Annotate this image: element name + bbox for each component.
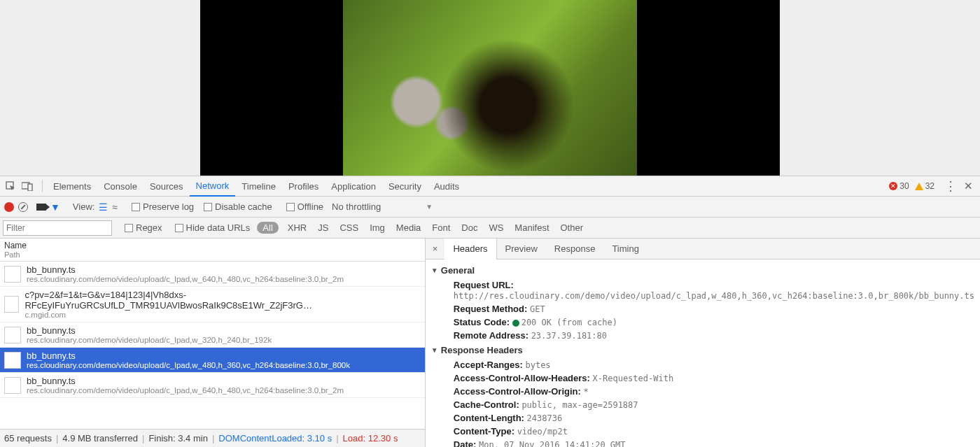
filter-manifest[interactable]: Manifest <box>512 222 551 233</box>
status-load: Load: 12.30 s <box>343 433 398 444</box>
row-path: res.cloudinary.com/demo/video/upload/c_l… <box>27 275 344 283</box>
request-rows: bb_bunny.tsres.cloudinary.com/demo/video… <box>0 262 425 429</box>
tab-application[interactable]: Application <box>325 176 382 197</box>
preserve-log-checkbox[interactable]: Preserve log <box>132 201 194 212</box>
kv-content-type: Content-Type: video/mp2t <box>426 425 980 438</box>
table-row-selected[interactable]: bb_bunny.tsres.cloudinary.com/demo/video… <box>0 348 425 373</box>
section-general-title: General <box>441 265 475 276</box>
chevron-down-icon: ▼ <box>426 203 433 211</box>
file-icon <box>4 352 21 369</box>
table-row[interactable]: bb_bunny.tsres.cloudinary.com/demo/video… <box>0 262 425 287</box>
tab-sources[interactable]: Sources <box>144 176 190 197</box>
filter-font[interactable]: Font <box>430 222 452 233</box>
section-response-title: Response Headers <box>441 345 523 355</box>
filter-media[interactable]: Media <box>394 222 423 233</box>
filter-other[interactable]: Other <box>559 222 586 233</box>
row-path: res.cloudinary.com/demo/video/upload/c_l… <box>27 361 350 369</box>
row-name: bb_bunny.ts <box>27 264 344 275</box>
row-path: res.cloudinary.com/demo/video/upload/c_l… <box>27 386 344 395</box>
filter-doc[interactable]: Doc <box>459 222 479 233</box>
kv-ac-allow-origin: Access-Control-Allow-Origin: * <box>426 385 980 398</box>
section-response-headers[interactable]: ▼Response Headers <box>426 342 980 358</box>
network-content: Name Path bb_bunny.tsres.cloudinary.com/… <box>0 239 980 447</box>
tab-network[interactable]: Network <box>190 176 236 197</box>
column-header[interactable]: Name Path <box>0 239 425 262</box>
table-row[interactable]: bb_bunny.tsres.cloudinary.com/demo/video… <box>0 373 425 398</box>
dtab-headers[interactable]: Headers <box>444 239 496 260</box>
dtab-timing[interactable]: Timing <box>603 239 648 260</box>
tab-profiles[interactable]: Profiles <box>282 176 325 197</box>
row-path: c.mgid.com <box>24 311 416 319</box>
kv-content-length: Content-Length: 2438736 <box>426 411 980 425</box>
kv-remote-address: Remote Address: 23.37.39.181:80 <box>426 329 980 342</box>
dtab-preview[interactable]: Preview <box>497 239 546 260</box>
row-name: bb_bunny.ts <box>27 325 272 336</box>
table-row[interactable]: bb_bunny.tsres.cloudinary.com/demo/video… <box>0 322 425 348</box>
more-menu-icon[interactable]: ⋮ <box>940 178 961 194</box>
kv-status-code: Status Code: 200 OK (from cache) <box>426 315 980 329</box>
device-toggle-icon[interactable] <box>21 181 34 191</box>
video-player-area <box>200 0 780 176</box>
kv-ac-allow-headers: Access-Control-Allow-Headers: X-Requeste… <box>426 371 980 385</box>
offline-label: Offline <box>298 201 323 212</box>
filter-input[interactable] <box>3 220 112 236</box>
hide-dataurls-checkbox[interactable]: Hide data URLs <box>175 222 251 233</box>
file-icon <box>4 377 21 394</box>
status-finish: Finish: 3.4 min <box>148 433 208 444</box>
filter-xhr[interactable]: XHR <box>286 222 309 233</box>
error-count-value: 30 <box>899 181 909 191</box>
file-icon <box>4 266 21 283</box>
file-icon <box>4 296 19 313</box>
waterfall-icon[interactable]: ≈ <box>112 201 118 213</box>
throttling-value: No throttling <box>332 201 381 212</box>
large-rows-icon[interactable]: ☰ <box>99 201 108 213</box>
video-frame[interactable] <box>343 0 637 176</box>
devtools-panel: Elements Console Sources Network Timelin… <box>0 176 980 447</box>
triangle-down-icon: ▼ <box>431 267 438 274</box>
error-count[interactable]: ✕30 <box>889 181 909 191</box>
page-preview-area <box>0 0 980 176</box>
row-name: bb_bunny.ts <box>27 376 344 386</box>
offline-checkbox[interactable]: Offline <box>286 201 323 212</box>
tab-elements[interactable]: Elements <box>47 176 97 197</box>
close-detail-icon[interactable]: × <box>426 243 445 254</box>
col-path: Path <box>4 250 421 259</box>
tab-security[interactable]: Security <box>382 176 428 197</box>
filter-img[interactable]: Img <box>368 222 387 233</box>
status-bar: 65 requests| 4.9 MB transferred| Finish:… <box>0 429 425 447</box>
disable-cache-label: Disable cache <box>215 201 272 212</box>
detail-body: ▼General Request URL: http://res.cloudin… <box>426 260 980 447</box>
filter-all[interactable]: All <box>257 222 278 234</box>
network-toolbar: ▼ View: ☰ ≈ Preserve log Disable cache O… <box>0 197 980 218</box>
tab-console[interactable]: Console <box>97 176 144 197</box>
right-gutter <box>780 0 980 176</box>
kv-request-method: Request Method: GET <box>426 302 980 315</box>
dtab-response[interactable]: Response <box>546 239 604 260</box>
status-dcl: DOMContentLoaded: 3.10 s <box>218 433 332 444</box>
request-list-pane: Name Path bb_bunny.tsres.cloudinary.com/… <box>0 239 426 447</box>
tab-timeline[interactable]: Timeline <box>235 176 282 197</box>
filter-ws[interactable]: WS <box>486 222 505 233</box>
tab-audits[interactable]: Audits <box>428 176 465 197</box>
filter-css[interactable]: CSS <box>337 222 360 233</box>
warning-count[interactable]: 32 <box>915 181 934 191</box>
triangle-down-icon: ▼ <box>431 346 438 354</box>
row-path: res.cloudinary.com/demo/video/upload/c_l… <box>27 336 272 344</box>
throttling-select[interactable]: No throttling▼ <box>332 201 433 212</box>
regex-checkbox[interactable]: Regex <box>125 222 162 233</box>
col-name: Name <box>4 241 421 250</box>
file-icon <box>4 327 21 343</box>
section-general[interactable]: ▼General <box>426 262 980 278</box>
close-devtools-icon[interactable]: ✕ <box>961 180 976 192</box>
inspect-icon[interactable] <box>4 181 17 192</box>
table-row[interactable]: c?pv=2&f=1&t=G&v=184|123|4|Vh8dxs-RFcEyI… <box>0 287 425 322</box>
disable-cache-checkbox[interactable]: Disable cache <box>204 201 272 212</box>
regex-label: Regex <box>136 222 162 233</box>
screenshot-icon[interactable] <box>36 204 46 211</box>
status-requests: 65 requests <box>4 433 52 444</box>
status-dot-icon <box>512 320 519 327</box>
record-button[interactable] <box>4 202 14 212</box>
filter-js[interactable]: JS <box>316 222 330 233</box>
filter-toggle-icon[interactable]: ▼ <box>50 201 60 213</box>
clear-button[interactable] <box>18 202 28 212</box>
